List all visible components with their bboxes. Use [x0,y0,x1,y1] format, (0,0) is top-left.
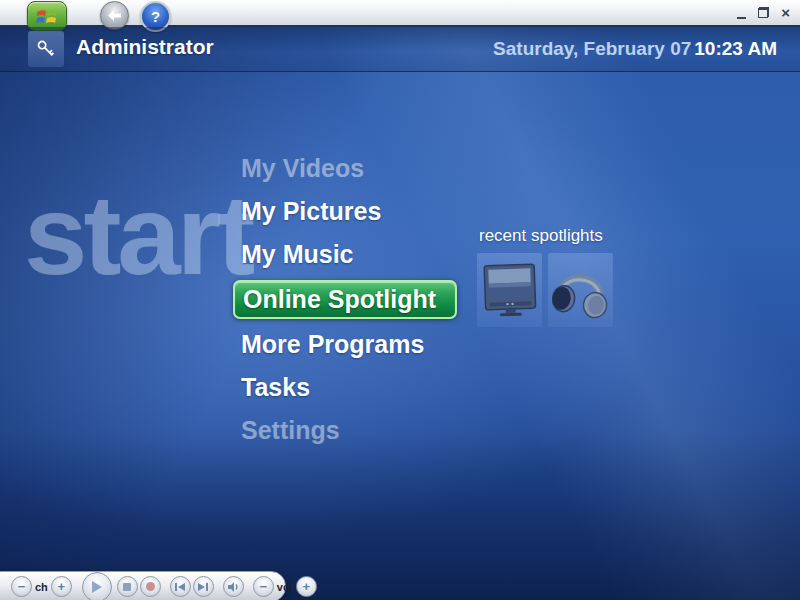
datetime: Saturday, February 07 10:23 AM [493,38,777,60]
start-menu: My Videos My Pictures My Music Online Sp… [233,147,473,452]
minimize-icon[interactable] [737,6,746,19]
window-controls: × [737,0,790,25]
restore-front-rect [758,8,768,18]
menu-item-my-music[interactable]: My Music [233,233,473,276]
play-button[interactable] [82,572,112,600]
channel-up-button[interactable]: + [51,576,72,597]
spotlight-tv-thumbnail[interactable] [477,253,542,327]
date-text: Saturday, February 07 [493,38,691,60]
play-icon [91,581,102,593]
stop-icon [123,583,131,591]
menu-item-my-pictures[interactable]: My Pictures [233,190,473,233]
media-center-window: × ? Administrator Saturday, F [0,0,800,600]
speaker-icon [228,582,239,592]
recent-spotlights-title: recent spotlights [479,226,613,246]
menu-item-more-programs[interactable]: More Programs [233,323,473,366]
channel-label: ch [35,581,48,593]
stop-button[interactable] [117,576,138,597]
media-transport-bar: − ch + [0,571,286,600]
skip-back-icon [175,583,185,591]
start-watermark: start [24,178,251,292]
key-icon [34,37,58,61]
restore-icon[interactable] [758,7,769,18]
back-button[interactable] [100,1,129,30]
menu-item-settings[interactable]: Settings [233,409,473,452]
menu-item-tasks[interactable]: Tasks [233,366,473,409]
headphones-icon [552,261,610,319]
menu-item-my-videos[interactable]: My Videos [233,147,473,190]
skip-back-button[interactable] [170,576,191,597]
volume-down-button[interactable]: − [253,576,274,597]
skip-forward-icon [198,583,208,591]
windows-flag-icon [36,8,58,25]
skip-forward-button[interactable] [193,576,214,597]
back-arrow-icon [108,10,121,21]
volume-label: vol [277,581,293,593]
record-button[interactable] [140,576,161,597]
spotlight-headphones-thumbnail[interactable] [548,253,613,327]
recent-spotlights-panel: recent spotlights [477,226,613,327]
time-text: 10:23 AM [694,38,777,60]
close-icon[interactable]: × [781,5,790,20]
user-key-tile [28,31,64,67]
channel-down-button[interactable]: − [11,576,32,597]
question-mark-icon: ? [151,8,160,25]
spotlight-tiles [477,253,613,327]
logged-in-user: Administrator [76,35,214,59]
tv-monitor-icon [481,262,539,318]
volume-up-button[interactable]: + [296,576,317,597]
mute-button[interactable] [223,576,244,597]
record-icon [146,582,155,591]
menu-item-online-spotlight[interactable]: Online Spotlight [233,280,457,319]
